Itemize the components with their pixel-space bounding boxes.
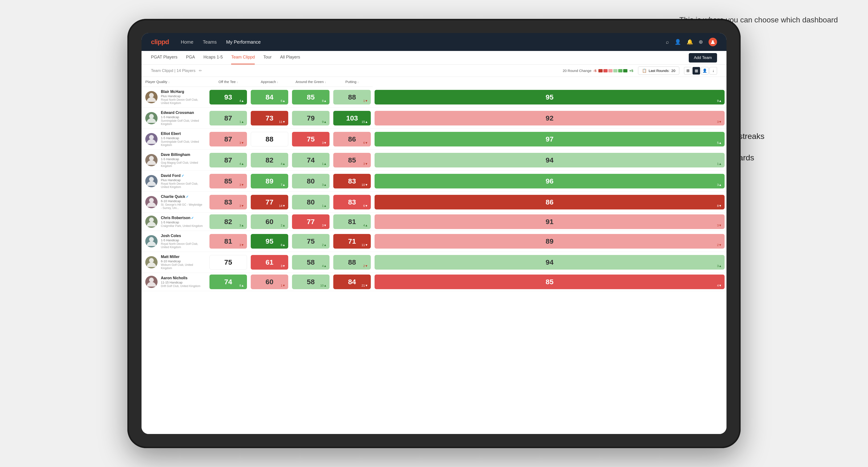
view-grid-button[interactable]: ⊞ bbox=[684, 67, 691, 74]
score-approach-2[interactable]: 75 3▼ bbox=[290, 129, 331, 150]
sort-arrow-player[interactable]: ↕ bbox=[168, 81, 170, 84]
user-icon[interactable]: 👤 bbox=[675, 39, 681, 45]
player-avatar-8[interactable] bbox=[145, 256, 158, 269]
score-player_quality-1[interactable]: 87 1▲ bbox=[208, 108, 249, 129]
sort-arrow-tee[interactable]: ↕ bbox=[237, 81, 238, 84]
score-off_the_tee-1[interactable]: 73 11▼ bbox=[249, 108, 290, 129]
score-approach-3[interactable]: 74 1▲ bbox=[290, 150, 331, 171]
score-putting-3[interactable]: 94 1▲ bbox=[373, 150, 726, 171]
score-putting-6[interactable]: 91 3▼ bbox=[373, 213, 726, 231]
sort-arrow-approach[interactable]: ↕ bbox=[277, 81, 278, 84]
score-putting-5[interactable]: 86 8▼ bbox=[373, 192, 726, 213]
sub-nav-pga[interactable]: PGA bbox=[186, 51, 195, 64]
score-off_the_tee-5[interactable]: 77 14▼ bbox=[249, 192, 290, 213]
view-person-button[interactable]: 👤 bbox=[701, 67, 709, 74]
player-name-0[interactable]: Blair McHarg bbox=[161, 90, 204, 94]
player-avatar-0[interactable] bbox=[145, 91, 158, 103]
player-avatar-7[interactable] bbox=[145, 235, 158, 247]
sort-arrow-green[interactable]: ↕ bbox=[324, 81, 326, 84]
view-download-button[interactable]: ↓ bbox=[710, 67, 717, 74]
score-off_the_tee-0[interactable]: 84 6▲ bbox=[249, 87, 290, 108]
sub-nav-pgat[interactable]: PGAT Players bbox=[151, 51, 177, 64]
score-around_the_green-5[interactable]: 83 6▼ bbox=[331, 192, 373, 213]
score-player_quality-4[interactable]: 85 3▼ bbox=[208, 171, 249, 192]
nav-link-home[interactable]: Home bbox=[181, 39, 193, 45]
score-around_the_green-3[interactable]: 85 3▼ bbox=[331, 150, 373, 171]
score-player_quality-0[interactable]: 93 4▲ bbox=[208, 87, 249, 108]
sub-nav-all-players[interactable]: All Players bbox=[280, 51, 300, 64]
player-avatar-6[interactable] bbox=[145, 216, 158, 228]
last-rounds-button[interactable]: 📋 Last Rounds: 20 bbox=[638, 66, 679, 75]
score-around_the_green-0[interactable]: 88 1▼ bbox=[331, 87, 373, 108]
player-name-3[interactable]: Dave Billingham bbox=[161, 153, 204, 157]
view-heatmap-button[interactable]: ▦ bbox=[692, 67, 700, 74]
score-player_quality-6[interactable]: 82 3▲ bbox=[208, 213, 249, 231]
sub-nav-team-clippd[interactable]: Team Clippd bbox=[231, 51, 255, 64]
edit-icon[interactable]: ✏ bbox=[199, 68, 202, 73]
player-name-8[interactable]: Matt Miller bbox=[161, 255, 204, 259]
table-row[interactable]: Elliot Ebert 1-5 Handicap Sunningdale Go… bbox=[142, 129, 726, 150]
bell-icon[interactable]: 🔔 bbox=[687, 39, 693, 45]
player-name-2[interactable]: Elliot Ebert bbox=[161, 132, 204, 136]
player-avatar-2[interactable] bbox=[145, 133, 158, 145]
score-around_the_green-7[interactable]: 71 11▼ bbox=[331, 231, 373, 252]
score-player_quality-7[interactable]: 81 3▼ bbox=[208, 231, 249, 252]
add-team-button[interactable]: Add Team bbox=[689, 53, 717, 63]
table-row[interactable]: Blair McHarg Plus Handicap Royal North D… bbox=[142, 87, 726, 108]
score-approach-8[interactable]: 58 4▲ bbox=[290, 252, 331, 273]
sub-nav-tour[interactable]: Tour bbox=[263, 51, 272, 64]
score-off_the_tee-8[interactable]: 61 3▼ bbox=[249, 252, 290, 273]
score-off_the_tee-2[interactable]: 88 bbox=[249, 129, 290, 150]
score-around_the_green-2[interactable]: 86 6▼ bbox=[331, 129, 373, 150]
score-around_the_green-8[interactable]: 88 2▼ bbox=[331, 252, 373, 273]
score-approach-9[interactable]: 58 10▲ bbox=[290, 273, 331, 291]
player-avatar-5[interactable] bbox=[145, 196, 158, 208]
table-row[interactable]: Edward Crossman 1-5 Handicap Sunningdale… bbox=[142, 108, 726, 129]
score-player_quality-2[interactable]: 87 3▼ bbox=[208, 129, 249, 150]
score-off_the_tee-6[interactable]: 60 2▲ bbox=[249, 213, 290, 231]
sort-arrow-putting[interactable]: ↕ bbox=[357, 81, 359, 84]
table-row[interactable]: Dave Billingham 1-5 Handicap Gog Magog G… bbox=[142, 150, 726, 171]
score-putting-7[interactable]: 89 2▼ bbox=[373, 231, 726, 252]
score-player_quality-5[interactable]: 83 3▼ bbox=[208, 192, 249, 213]
score-approach-6[interactable]: 77 3▼ bbox=[290, 213, 331, 231]
avatar[interactable] bbox=[709, 38, 717, 46]
score-off_the_tee-4[interactable]: 89 7▲ bbox=[249, 171, 290, 192]
score-approach-0[interactable]: 85 8▲ bbox=[290, 87, 331, 108]
search-icon[interactable]: ⌕ bbox=[666, 39, 669, 45]
score-around_the_green-1[interactable]: 103 15▲ bbox=[331, 108, 373, 129]
score-around_the_green-9[interactable]: 84 21▼ bbox=[331, 273, 373, 291]
score-putting-4[interactable]: 96 3▲ bbox=[373, 171, 726, 192]
score-putting-0[interactable]: 95 9▲ bbox=[373, 87, 726, 108]
player-name-7[interactable]: Josh Coles bbox=[161, 234, 204, 238]
score-putting-2[interactable]: 97 5▲ bbox=[373, 129, 726, 150]
player-name-6[interactable]: Chris Robertson✓ bbox=[161, 216, 203, 220]
player-name-9[interactable]: Aaron Nicholls bbox=[161, 276, 200, 280]
score-approach-7[interactable]: 75 2▲ bbox=[290, 231, 331, 252]
player-name-4[interactable]: David Ford✓ bbox=[161, 174, 204, 178]
player-name-5[interactable]: Charlie Quick✓ bbox=[161, 195, 204, 199]
table-row[interactable]: Aaron Nicholls 11-15 Handicap Drift Golf… bbox=[142, 273, 726, 291]
player-avatar-4[interactable] bbox=[145, 175, 158, 187]
nav-link-teams[interactable]: Teams bbox=[203, 39, 217, 45]
player-name-1[interactable]: Edward Crossman bbox=[161, 111, 204, 115]
player-avatar-9[interactable] bbox=[145, 276, 158, 288]
score-putting-9[interactable]: 85 4▼ bbox=[373, 273, 726, 291]
score-off_the_tee-3[interactable]: 82 4▲ bbox=[249, 150, 290, 171]
score-approach-1[interactable]: 79 9▲ bbox=[290, 108, 331, 129]
score-off_the_tee-7[interactable]: 95 8▲ bbox=[249, 231, 290, 252]
table-row[interactable]: Chris Robertson✓ 1-5 Handicap Craigmilla… bbox=[142, 213, 726, 231]
score-putting-1[interactable]: 92 3▼ bbox=[373, 108, 726, 129]
score-off_the_tee-9[interactable]: 60 1▼ bbox=[249, 273, 290, 291]
nav-link-performance[interactable]: My Performance bbox=[226, 39, 261, 45]
table-row[interactable]: Charlie Quick✓ 6-10 Handicap St. George'… bbox=[142, 192, 726, 213]
score-approach-4[interactable]: 80 3▲ bbox=[290, 171, 331, 192]
score-approach-5[interactable]: 80 1▲ bbox=[290, 192, 331, 213]
score-putting-8[interactable]: 94 3▲ bbox=[373, 252, 726, 273]
table-row[interactable]: Josh Coles 1-5 Handicap Royal North Devo… bbox=[142, 231, 726, 252]
score-player_quality-3[interactable]: 87 4▲ bbox=[208, 150, 249, 171]
settings-icon[interactable]: ⊕ bbox=[699, 39, 703, 45]
table-row[interactable]: Matt Miller 6-10 Handicap Woburn Golf Cl… bbox=[142, 252, 726, 273]
sub-nav-hcaps[interactable]: Hcaps 1-5 bbox=[203, 51, 223, 64]
score-around_the_green-6[interactable]: 81 4▲ bbox=[331, 213, 373, 231]
